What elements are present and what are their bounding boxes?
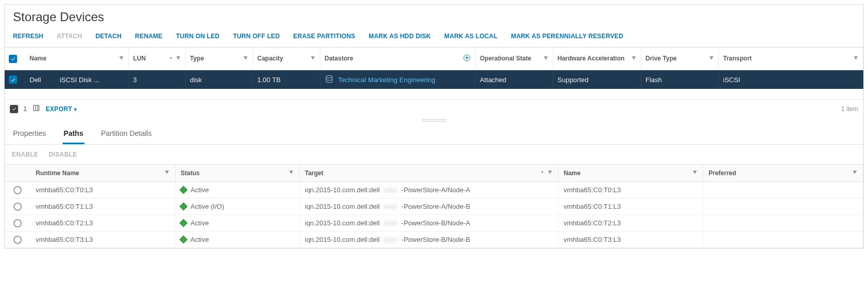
path-target-redacted: xxxx [384, 203, 398, 210]
col-status-label[interactable]: Status [181, 170, 200, 177]
filter-icon[interactable] [631, 55, 637, 63]
filter-icon[interactable] [853, 55, 859, 63]
filter-icon[interactable] [119, 55, 124, 63]
turn-on-led-action[interactable]: TURN ON LED [176, 33, 219, 40]
device-opstate: Attached [480, 76, 506, 84]
path-radio[interactable] [13, 186, 22, 194]
filter-icon[interactable] [543, 55, 549, 63]
device-capacity: 1.00 TB [257, 76, 281, 84]
refresh-action[interactable]: REFRESH [13, 33, 43, 40]
filter-icon[interactable] [310, 55, 316, 63]
tab-properties[interactable]: Properties [12, 126, 47, 144]
devices-grid: Name LUN Type Capacity Datastore [5, 47, 863, 118]
select-all-checkbox[interactable] [9, 55, 17, 63]
filter-icon[interactable] [243, 55, 248, 63]
filter-icon[interactable] [709, 55, 714, 63]
path-status: Active [190, 236, 209, 243]
path-target-redacted: xxxx [384, 236, 398, 243]
status-active-icon [180, 186, 188, 194]
col-path-name-label[interactable]: Name [564, 170, 581, 177]
column-chooser-icon[interactable] [32, 104, 40, 114]
selected-count: 1 [23, 105, 27, 113]
device-vendor: Dell [30, 76, 41, 84]
path-target-suffix: -PowerStore-A/Node-A [402, 186, 470, 194]
path-target-prefix: iqn.2015-10.com.dell:dell [305, 203, 380, 210]
detail-tabs: Properties Paths Partition Details [5, 123, 863, 145]
filter-icon[interactable] [164, 170, 170, 177]
status-active-icon [180, 236, 188, 244]
sort-asc-icon[interactable] [168, 55, 173, 63]
path-target-suffix: -PowerStore-A/Node-B [402, 203, 470, 210]
device-drivetype: Flash [645, 76, 662, 84]
path-target-suffix: -PowerStore-B/Node-B [402, 236, 470, 243]
path-row[interactable]: vmhba65:C0:T3:L3 Active iqn.2015-10.com.… [5, 232, 863, 248]
erase-partitions-action[interactable]: ERASE PARTITIONS [293, 33, 356, 40]
path-status: Active [190, 219, 209, 227]
col-datastore-label[interactable]: Datastore [325, 55, 353, 63]
selected-indicator-icon [10, 105, 18, 113]
filter-icon[interactable] [692, 170, 698, 177]
col-hwaccel-label[interactable]: Hardware Acceleration [557, 55, 625, 63]
storage-devices-panel: Storage Devices REFRESH ATTACH DETACH RE… [4, 4, 864, 249]
device-disk-name: iSCSI Disk ... [60, 76, 99, 84]
filter-active-icon[interactable] [463, 54, 471, 64]
path-row[interactable]: vmhba65:C0:T2:L3 Active iqn.2015-10.com.… [5, 215, 863, 232]
col-lun-label[interactable]: LUN [133, 55, 146, 63]
rename-action[interactable]: RENAME [135, 33, 163, 40]
paths-grid: Runtime Name Status Target Name Preferre… [5, 164, 863, 248]
path-row[interactable]: vmhba65:C0:T1:L3 Active (I/O) iqn.2015-1… [5, 198, 863, 215]
col-opstate-label[interactable]: Operational State [480, 55, 531, 63]
path-runtime-name: vmhba65:C0:T3:L3 [36, 236, 93, 243]
col-name-label[interactable]: Name [30, 55, 47, 63]
filter-icon[interactable] [288, 170, 294, 177]
export-button[interactable]: EXPORT ▾ [46, 105, 77, 113]
filter-icon[interactable] [852, 170, 858, 177]
detach-action[interactable]: DETACH [96, 33, 122, 40]
devices-grid-header: Name LUN Type Capacity Datastore [5, 48, 863, 70]
datastore-icon [325, 74, 334, 85]
path-radio[interactable] [13, 219, 22, 227]
col-type-label[interactable]: Type [190, 55, 204, 63]
path-radio[interactable] [13, 236, 22, 244]
path-name: vmhba65:C0:T0:L3 [564, 186, 621, 194]
col-transport-label[interactable]: Transport [723, 55, 752, 63]
status-active-icon [180, 203, 188, 211]
mark-as-local-action[interactable]: MARK AS LOCAL [444, 33, 497, 40]
path-target-prefix: iqn.2015-10.com.dell:dell [305, 219, 380, 227]
tab-partition-details[interactable]: Partition Details [100, 126, 153, 144]
item-count: 1 item [841, 105, 858, 113]
col-target-label[interactable]: Target [305, 170, 323, 177]
path-name: vmhba65:C0:T3:L3 [564, 236, 621, 243]
path-row[interactable]: vmhba65:C0:T0:L3 Active iqn.2015-10.com.… [5, 182, 863, 198]
device-lun: 3 [133, 76, 137, 84]
path-runtime-name: vmhba65:C0:T0:L3 [36, 186, 93, 194]
device-hwaccel: Supported [557, 76, 589, 84]
path-radio[interactable] [13, 203, 22, 211]
path-target-prefix: iqn.2015-10.com.dell:dell [305, 236, 380, 243]
path-target-redacted: xxxx [384, 186, 398, 194]
col-preferred-label[interactable]: Preferred [709, 170, 736, 177]
disable-path-action: DISABLE [49, 151, 77, 158]
tab-paths[interactable]: Paths [63, 126, 84, 144]
mark-as-hdd-action[interactable]: MARK AS HDD DISK [369, 33, 431, 40]
device-type: disk [190, 76, 202, 84]
device-row[interactable]: Dell iSCSI Disk ... 3 disk 1.00 TB Techn… [5, 70, 863, 89]
resize-handle[interactable] [5, 118, 863, 123]
chevron-down-icon: ▾ [74, 106, 77, 112]
col-runtime-name-label[interactable]: Runtime Name [36, 170, 79, 177]
filter-icon[interactable] [547, 170, 553, 177]
path-target-prefix: iqn.2015-10.com.dell:dell [305, 186, 380, 194]
row-checkbox[interactable] [9, 75, 17, 84]
path-runtime-name: vmhba65:C0:T1:L3 [36, 203, 93, 210]
sort-asc-icon[interactable] [540, 170, 545, 177]
grid-footer: 1 EXPORT ▾ 1 item [5, 99, 863, 118]
col-capacity-label[interactable]: Capacity [257, 55, 283, 63]
turn-off-led-action[interactable]: TURN OFF LED [233, 33, 279, 40]
filter-icon[interactable] [175, 55, 181, 63]
col-drivetype-label[interactable]: Drive Type [645, 55, 676, 63]
mark-as-perennial-action[interactable]: MARK AS PERENNIALLY RESERVED [511, 33, 623, 40]
device-datastore-link[interactable]: Technical Marketing Engineering [338, 76, 435, 84]
enable-path-action: ENABLE [12, 151, 38, 158]
status-active-icon [180, 219, 188, 227]
path-target-redacted: xxxx [384, 219, 398, 227]
